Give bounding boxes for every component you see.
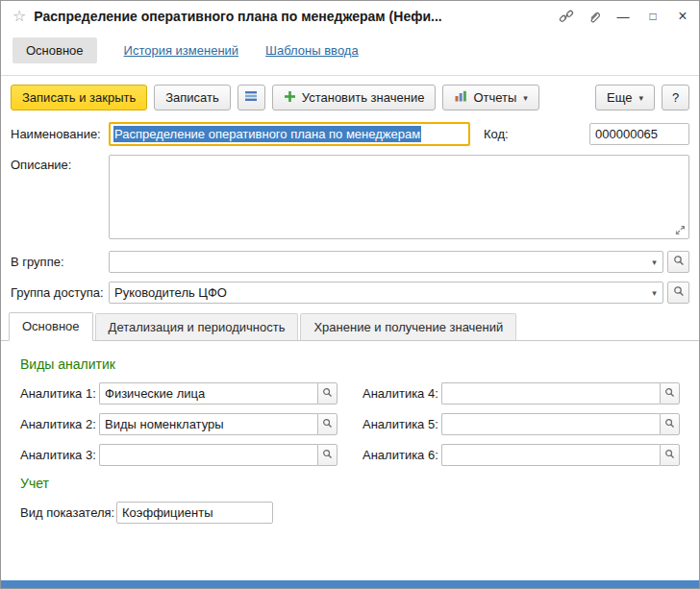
- analytics-row-2: Аналитика 2: Виды номенклатуры: [20, 413, 338, 435]
- analytics-5-label: Аналитика 5:: [362, 417, 441, 431]
- analytics-2-open-button[interactable]: [317, 413, 338, 435]
- group-label: В группе:: [11, 255, 109, 269]
- nav-tab-main[interactable]: Основное: [12, 37, 97, 63]
- access-group-open-button[interactable]: [667, 282, 689, 304]
- more-button[interactable]: Еще ▾: [595, 85, 655, 110]
- description-wrap: [109, 155, 689, 242]
- reports-button[interactable]: Отчеты ▾: [442, 85, 538, 110]
- set-value-button[interactable]: Установить значение: [272, 85, 437, 110]
- save-button[interactable]: Записать: [154, 85, 231, 110]
- analytics-6-open-button[interactable]: [660, 444, 680, 466]
- close-button[interactable]: ×: [672, 6, 693, 27]
- indicator-input[interactable]: Коэффициенты: [116, 502, 273, 524]
- access-group-label: Группа доступа:: [11, 285, 109, 300]
- toolbar: Записать и закрыть Записать Установить з…: [1, 76, 699, 118]
- analytics-1-label: Аналитика 1:: [20, 386, 99, 401]
- tab-main[interactable]: Основное: [9, 312, 93, 341]
- analytics-5-input[interactable]: [441, 413, 660, 435]
- save-close-button[interactable]: Записать и закрыть: [11, 85, 147, 110]
- name-input[interactable]: Распределение оперативного плана по мене…: [109, 122, 470, 146]
- description-label: Описание:: [11, 158, 109, 172]
- form: Наименование: Распределение оперативного…: [1, 118, 699, 304]
- open-icon: [664, 448, 675, 462]
- description-input[interactable]: [109, 155, 689, 239]
- open-icon: [673, 285, 685, 300]
- more-label: Еще: [607, 90, 632, 105]
- detail-tabs: Основное Детализация и периодичность Хра…: [1, 312, 699, 341]
- nav-link-input-templates[interactable]: Шаблоны ввода: [265, 43, 359, 58]
- analytics-3-input[interactable]: [99, 444, 317, 466]
- name-selected-text: Распределение оперативного плана по мене…: [113, 126, 421, 142]
- chevron-down-icon[interactable]: ▾: [646, 258, 662, 267]
- expand-icon[interactable]: [675, 225, 686, 235]
- link-icon[interactable]: [557, 7, 576, 26]
- chevron-down-icon: ▾: [523, 93, 528, 103]
- analytics-row-6: Аналитика 6:: [362, 444, 680, 466]
- favorite-star-icon[interactable]: ☆: [12, 9, 26, 24]
- accounting-section-title: Учет: [20, 476, 680, 491]
- analytics-row-5: Аналитика 5:: [362, 413, 680, 435]
- chevron-down-icon: ▾: [638, 93, 643, 103]
- bar-chart-icon: [454, 89, 467, 106]
- open-icon: [322, 417, 333, 431]
- analytics-2-input[interactable]: Виды номенклатуры: [99, 413, 317, 435]
- name-label: Наименование:: [11, 127, 109, 141]
- analytics-3-label: Аналитика 3:: [20, 448, 99, 462]
- analytics-4-input[interactable]: [441, 382, 660, 405]
- tab-detail-periodicity[interactable]: Детализация и периодичность: [95, 313, 299, 340]
- bottom-strip: [1, 580, 699, 588]
- indicator-row: Вид показателя: Коэффициенты: [20, 502, 680, 524]
- paperclip-icon[interactable]: [585, 7, 604, 26]
- group-row: В группе: ▾: [11, 251, 689, 273]
- titlebar-controls: — □ ×: [557, 6, 693, 27]
- analytics-1-input[interactable]: Физические лица: [99, 382, 317, 405]
- tab-panel: Виды аналитик Аналитика 1: Физические ли…: [1, 341, 699, 524]
- description-row: Описание:: [11, 155, 689, 242]
- analytics-6-label: Аналитика 6:: [362, 448, 441, 462]
- analytics-4-open-button[interactable]: [660, 382, 680, 405]
- access-group-value: Руководитель ЦФО: [110, 285, 646, 300]
- chevron-down-icon[interactable]: ▾: [646, 288, 662, 298]
- analytics-section-title: Виды аналитик: [20, 356, 680, 372]
- analytics-row-1: Аналитика 1: Физические лица: [20, 382, 338, 405]
- code-input[interactable]: [589, 123, 689, 145]
- open-icon: [664, 417, 675, 431]
- analytics-5-open-button[interactable]: [660, 413, 680, 435]
- open-icon: [322, 448, 333, 462]
- group-open-button[interactable]: [667, 251, 689, 273]
- open-icon: [673, 255, 685, 269]
- analytics-4-label: Аналитика 4:: [362, 386, 441, 401]
- maximize-button[interactable]: □: [642, 6, 663, 27]
- name-row: Наименование: Распределение оперативного…: [11, 122, 689, 146]
- analytics-grid: Аналитика 1: Физические лица Аналитика 2…: [20, 382, 680, 466]
- code-label: Код:: [484, 127, 582, 141]
- app-window: ☆ Распределение оперативного плана по ме…: [0, 0, 700, 589]
- window-title: Распределение оперативного плана по мене…: [34, 9, 441, 24]
- list-button[interactable]: [238, 85, 265, 110]
- minimize-button[interactable]: —: [612, 6, 634, 27]
- access-group-input[interactable]: Руководитель ЦФО ▾: [109, 282, 663, 304]
- titlebar: ☆ Распределение оперативного плана по ме…: [1, 1, 699, 32]
- section-nav: Основное История изменений Шаблоны ввода: [1, 32, 699, 76]
- open-icon: [664, 386, 675, 401]
- set-value-label: Установить значение: [302, 90, 425, 105]
- analytics-6-input[interactable]: [441, 444, 660, 466]
- analytics-3-open-button[interactable]: [317, 444, 338, 466]
- analytics-1-open-button[interactable]: [317, 382, 338, 405]
- analytics-row-3: Аналитика 3:: [20, 444, 338, 466]
- reports-label: Отчеты: [473, 90, 516, 105]
- open-icon: [322, 386, 333, 401]
- list-icon: [244, 89, 258, 106]
- analytics-row-4: Аналитика 4:: [362, 382, 680, 405]
- nav-link-change-history[interactable]: История изменений: [124, 43, 239, 58]
- analytics-2-label: Аналитика 2:: [20, 417, 99, 431]
- plus-icon: [284, 90, 296, 106]
- tab-storage-values[interactable]: Хранение и получение значений: [300, 313, 516, 340]
- access-group-row: Группа доступа: Руководитель ЦФО ▾: [11, 282, 689, 304]
- indicator-label: Вид показателя:: [20, 505, 116, 520]
- help-button[interactable]: ?: [662, 85, 689, 110]
- group-input[interactable]: ▾: [109, 251, 663, 273]
